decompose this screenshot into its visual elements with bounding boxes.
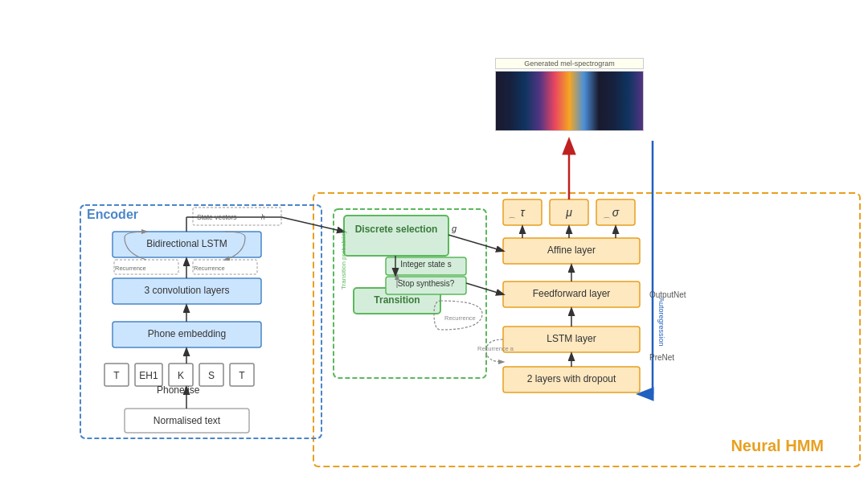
spectrogram-image xyxy=(495,71,644,131)
mu-label: μ xyxy=(550,206,588,219)
lstm-layer-label: LSTM layer xyxy=(503,333,640,344)
tau-label: τ xyxy=(503,206,542,219)
phone-EH1: EH1 xyxy=(135,370,162,381)
svg-text:g: g xyxy=(452,224,457,233)
phone-S: S xyxy=(199,370,223,381)
svg-text:PreNet: PreNet xyxy=(649,353,674,362)
svg-text:State vectors: State vectors xyxy=(197,213,237,221)
conv-layers-label: 3 convolution layers xyxy=(113,285,261,296)
discrete-selection-label: Discrete selection xyxy=(344,224,448,235)
svg-rect-15 xyxy=(344,216,448,256)
normalised-text-label: Normalised text xyxy=(125,415,249,426)
phone-T1: T xyxy=(104,370,129,381)
phonetise-label: Phonetise xyxy=(157,384,199,396)
transition-label: Transition xyxy=(354,294,440,306)
spectrogram-label: Generated mel-spectrogram xyxy=(495,58,644,69)
two-layers-label: 2 layers with dropout xyxy=(503,373,640,384)
svg-text:Recurrence a: Recurrence a xyxy=(477,345,514,352)
integer-state-label: Integer state s xyxy=(386,260,466,269)
encoder-title: Encoder xyxy=(87,208,138,222)
svg-text:Autoregression: Autoregression xyxy=(657,298,665,347)
feedforward-label: Feedforward layer xyxy=(503,288,640,299)
affine-layer-label: Affine layer xyxy=(503,244,640,256)
phone-K: K xyxy=(169,370,193,381)
svg-text:h: h xyxy=(261,213,265,221)
svg-text:Recurrence: Recurrence xyxy=(194,265,225,272)
svg-text:OutputNet: OutputNet xyxy=(649,290,686,299)
svg-line-33 xyxy=(448,235,503,251)
sigma-label: σ xyxy=(596,206,635,219)
stop-synthesis-label: Stop synthesis? xyxy=(386,279,466,288)
phone-embedding-label: Phone embedding xyxy=(113,328,261,339)
bidirectional-lstm-label: Bidirectional LSTM xyxy=(113,238,261,249)
svg-text:Recurrence: Recurrence xyxy=(444,314,476,322)
svg-line-35 xyxy=(466,283,503,294)
svg-text:Transition probability: Transition probability xyxy=(340,230,347,290)
spectrogram-inner xyxy=(496,72,643,130)
svg-text:Recurrence: Recurrence xyxy=(115,265,146,272)
phone-T2: T xyxy=(230,370,254,381)
diagram-container: Autoregression PreNet OutputNet Transiti… xyxy=(0,0,868,489)
neural-hmm-title: Neural HMM xyxy=(731,437,824,455)
